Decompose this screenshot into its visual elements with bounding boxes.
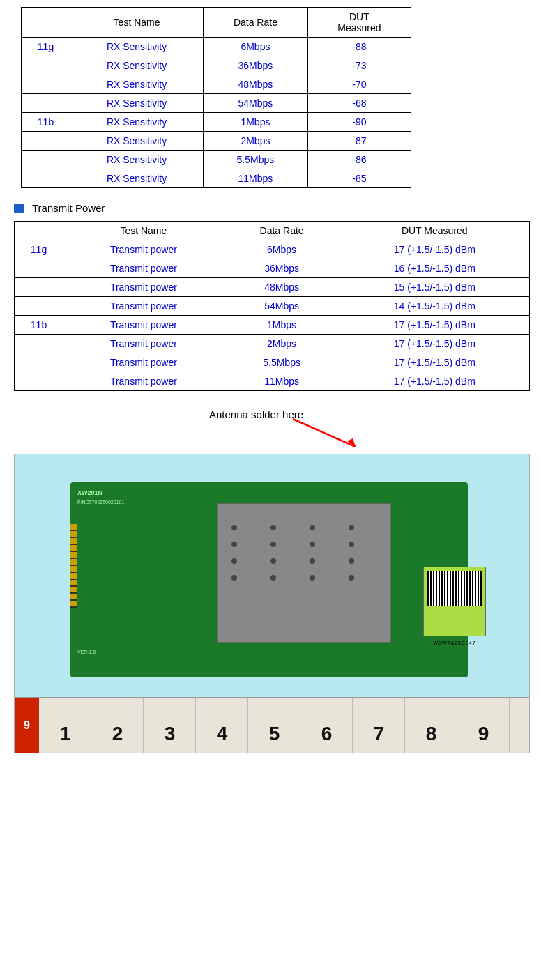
tx-row-rate: 11Mbps — [224, 372, 340, 391]
rx-row-measured: -73 — [307, 56, 411, 75]
tx-table-wrapper: Test Name Data Rate DUT Measured 11g Tra… — [14, 221, 527, 391]
rx-row-rate: 54Mbps — [204, 94, 308, 113]
tx-row-rate: 6Mbps — [224, 240, 340, 259]
ruler-number: 6 — [300, 698, 353, 753]
table-row: 11b Transmit power 1Mbps 17 (+1.5/-1.5) … — [15, 316, 530, 335]
tx-row-measured: 14 (+1.5/-1.5) dBm — [340, 297, 530, 316]
table-row: RX Sensitivity 54Mbps -68 — [22, 94, 411, 113]
rx-sensitivity-table: Test Name Data Rate DUTMeasured 11g RX S… — [21, 7, 411, 188]
ruler-number: 9 — [457, 698, 510, 753]
tx-row-rate: 48Mbps — [224, 278, 340, 297]
board-ver-label: VER-1.0 — [77, 650, 96, 654]
barcode-text: W1W7A25C047 — [424, 641, 485, 645]
rx-row-rate: 11Mbps — [204, 169, 308, 188]
rx-row-measured: -70 — [307, 75, 411, 94]
table-row: RX Sensitivity 11Mbps -85 — [22, 169, 411, 188]
table-row: RX Sensitivity 5.5Mbps -86 — [22, 151, 411, 169]
rx-row-label: 11g — [22, 38, 70, 56]
rx-row-test: RX Sensitivity — [70, 94, 204, 113]
rx-row-measured: -68 — [307, 94, 411, 113]
rx-row-rate: 1Mbps — [204, 113, 308, 132]
rx-row-rate: 5.5Mbps — [204, 151, 308, 169]
rx-table-wrapper: Test Name Data Rate DUTMeasured 11g RX S… — [21, 7, 527, 188]
rx-col-label — [22, 8, 70, 38]
antenna-arrow-svg — [153, 405, 363, 454]
tx-row-test: Transmit power — [63, 278, 224, 297]
rx-row-label: 11b — [22, 113, 70, 132]
rx-row-test: RX Sensitivity — [70, 169, 204, 188]
table-row: Transmit power 48Mbps 15 (+1.5/-1.5) dBm — [15, 278, 530, 297]
rx-col-testname: Test Name — [70, 8, 204, 38]
pcb-shield: W1W7A25C047 — [217, 503, 391, 643]
blue-square-icon — [14, 204, 24, 213]
table-row: 11b RX Sensitivity 1Mbps -90 — [22, 113, 411, 132]
tx-row-measured: 17 (+1.5/-1.5) dBm — [340, 316, 530, 335]
tx-row-label: 11b — [15, 316, 63, 335]
table-row: Transmit power 11Mbps 17 (+1.5/-1.5) dBm — [15, 372, 530, 391]
board-model-label: XW201N — [77, 489, 102, 496]
tx-col-label — [15, 222, 63, 240]
tx-row-rate: 1Mbps — [224, 316, 340, 335]
ruler-number: 4 — [196, 698, 248, 753]
rx-row-rate: 36Mbps — [204, 56, 308, 75]
svg-line-0 — [293, 419, 356, 447]
rx-row-label — [22, 94, 70, 113]
tx-row-test: Transmit power — [63, 259, 224, 278]
table-row: 11g RX Sensitivity 6Mbps -88 — [22, 38, 411, 56]
rx-row-rate: 48Mbps — [204, 75, 308, 94]
rx-row-measured: -87 — [307, 132, 411, 151]
tx-row-test: Transmit power — [63, 372, 224, 391]
tx-power-table: Test Name Data Rate DUT Measured 11g Tra… — [14, 221, 530, 391]
rx-row-label — [22, 75, 70, 94]
rx-col-datarate: Data Rate — [204, 8, 308, 38]
rx-row-rate: 6Mbps — [204, 38, 308, 56]
rx-row-measured: -85 — [307, 169, 411, 188]
table-row: RX Sensitivity 2Mbps -87 — [22, 132, 411, 151]
connector-pins — [70, 524, 77, 608]
tx-row-rate: 5.5Mbps — [224, 353, 340, 372]
ruler-number: 1 — [39, 698, 91, 753]
tx-row-rate: 36Mbps — [224, 259, 340, 278]
ruler-number: 8 — [405, 698, 457, 753]
rx-row-label — [22, 151, 70, 169]
rx-row-measured: -90 — [307, 113, 411, 132]
tx-row-measured: 17 (+1.5/-1.5) dBm — [340, 353, 530, 372]
rx-row-label — [22, 169, 70, 188]
transmit-section-header: Transmit Power — [14, 202, 527, 214]
tx-col-dut: DUT Measured — [340, 222, 530, 240]
tx-row-label — [15, 372, 63, 391]
tx-row-measured: 17 (+1.5/-1.5) dBm — [340, 335, 530, 353]
ruler-number: 7 — [353, 698, 405, 753]
rx-row-measured: -88 — [307, 38, 411, 56]
tx-row-test: Transmit power — [63, 297, 224, 316]
rx-row-label — [22, 132, 70, 151]
table-row: RX Sensitivity 36Mbps -73 — [22, 56, 411, 75]
tx-row-measured: 16 (+1.5/-1.5) dBm — [340, 259, 530, 278]
table-row: 11g Transmit power 6Mbps 17 (+1.5/-1.5) … — [15, 240, 530, 259]
table-row: Transmit power 54Mbps 14 (+1.5/-1.5) dBm — [15, 297, 530, 316]
pcb-board: W1W7A25C047 XW201N P/NC5700350020101 VER… — [70, 482, 468, 677]
tx-col-datarate: Data Rate — [224, 222, 340, 240]
ruler: 9 123456789 — [15, 697, 530, 753]
tx-row-test: Transmit power — [63, 335, 224, 353]
tx-row-test: Transmit power — [63, 316, 224, 335]
rx-row-test: RX Sensitivity — [70, 56, 204, 75]
tx-row-measured: 17 (+1.5/-1.5) dBm — [340, 240, 530, 259]
pcb-label-sticker: W1W7A25C047 — [423, 567, 486, 636]
table-row: RX Sensitivity 48Mbps -70 — [22, 75, 411, 94]
tx-row-measured: 15 (+1.5/-1.5) dBm — [340, 278, 530, 297]
tx-row-rate: 54Mbps — [224, 297, 340, 316]
tx-row-label — [15, 278, 63, 297]
ruler-number: 3 — [144, 698, 196, 753]
tx-row-test: Transmit power — [63, 240, 224, 259]
ruler-red-marker: 9 — [24, 719, 30, 732]
table-row: Transmit power 5.5Mbps 17 (+1.5/-1.5) dB… — [15, 353, 530, 372]
board-pn-label: P/NC5700350020101 — [77, 500, 124, 505]
table-row: Transmit power 2Mbps 17 (+1.5/-1.5) dBm — [15, 335, 530, 353]
rx-row-test: RX Sensitivity — [70, 75, 204, 94]
pcb-photo: W1W7A25C047 XW201N P/NC5700350020101 VER… — [14, 454, 530, 753]
tx-row-rate: 2Mbps — [224, 335, 340, 353]
tx-col-testname: Test Name — [63, 222, 224, 240]
image-section: Antenna solder here — [14, 405, 527, 753]
rx-col-dut: DUTMeasured — [307, 8, 411, 38]
